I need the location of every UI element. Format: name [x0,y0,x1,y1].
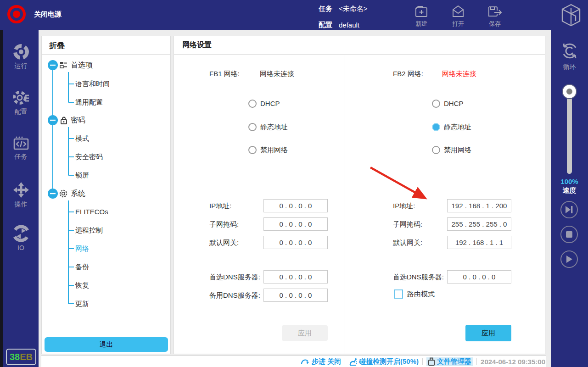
fb2-gateway-input[interactable] [447,236,511,249]
task-label: 任务 [319,5,332,13]
separator [476,358,477,365]
network-settings-panel: 网络设置 FB1 网络: 网络未连接 DHCP 静态地址 禁用网络 IP地址: … [174,36,545,354]
sidebar-item-run[interactable]: 运行 [3,44,39,70]
speed-slider-track[interactable] [567,90,572,174]
annotation-arrow [174,36,546,355]
fb1-gateway-label: 默认网关: [209,238,239,247]
fb1-dns2-label: 备用DNS服务器: [209,291,260,300]
preferences-icon [60,61,67,69]
config-label: 配置 [319,21,332,29]
sidebar-item-task[interactable]: 任务 [3,135,39,161]
power-button[interactable]: 关闭电源 [7,5,62,23]
skip-next-icon [565,206,574,214]
fb2-radio-disable[interactable] [432,146,440,154]
step-mode-toggle[interactable]: 步进 关闭 [301,357,341,366]
top-bar: 关闭电源 任务 <未命名> 配置 default 新建 打开 [0,0,588,30]
route-mode-label[interactable]: 路由模式 [407,289,435,299]
checksum-part-1: 38 [10,352,20,362]
new-task-label: 新建 [407,20,436,28]
fb2-radio-dhcp[interactable] [432,100,440,108]
fb1-ip-label: IP地址: [209,201,231,211]
tree-item-lock-screen[interactable]: 锁屏 [75,170,89,180]
tree-group-system[interactable]: 系统 [71,189,85,199]
tree-item-restore[interactable]: 恢复 [75,280,89,290]
tree-item-language-time[interactable]: 语言和时间 [75,79,110,89]
open-task-label: 打开 [443,20,473,28]
tree-item-remote-control[interactable]: 远程控制 [75,225,103,235]
step-mode-text: 步进 关闭 [312,357,341,366]
sidebar-item-label: IO [3,244,39,251]
power-icon [7,5,26,23]
tree-group-password[interactable]: 密码 [71,115,85,125]
fb1-dns1-input[interactable] [263,270,328,284]
code-window-icon [13,135,29,151]
fb1-radio-dhcp[interactable] [248,100,257,108]
left-edge-strip [0,30,3,367]
loop-button[interactable] [560,41,579,62]
fb1-radio-static[interactable] [248,123,257,131]
fb2-dns1-input[interactable] [447,270,511,284]
stop-button[interactable] [560,226,578,243]
tree-item-safety-password[interactable]: 安全密码 [75,152,103,162]
sidebar-item-operate[interactable]: 操作 [3,181,39,209]
fb1-radio-disable[interactable] [248,146,257,154]
speed-label: 速度 [551,186,588,195]
fb2-radio-static-label[interactable]: 静态地址 [444,122,471,132]
fb1-dns2-input[interactable] [263,289,328,302]
tree-item-network-selected[interactable]: 网络 [75,244,89,254]
fb1-dns1-label: 首选DNS服务器: [209,272,260,282]
tree-item-general-config[interactable]: 通用配置 [75,97,103,107]
sidebar-item-label: 配置 [3,108,39,116]
new-task-button[interactable]: 新建 [407,5,436,28]
lock-icon [60,116,67,124]
fb1-radio-disable-label[interactable]: 禁用网络 [260,145,288,155]
page-title: 网络设置 [182,40,212,50]
safety-checksum-badge: 38EB [6,349,36,365]
settings-tree-panel: 折叠 首选项 语言和时间 通用配置 密码 [41,36,171,354]
fb1-apply-button[interactable]: 应用 [282,325,328,341]
fb2-ip-input[interactable] [447,199,511,212]
tree-item-backup[interactable]: 备份 [75,262,89,272]
io-arrows-icon [12,225,30,242]
panel-divider [174,54,545,55]
step-arrow-icon [301,358,310,366]
save-task-button[interactable]: 保存 [480,5,510,28]
route-mode-checkbox[interactable] [394,289,403,299]
play-button[interactable] [560,250,578,268]
step-next-button[interactable] [560,201,578,218]
fb2-radio-dhcp-label[interactable]: DHCP [444,99,464,108]
open-task-button[interactable]: 打开 [443,5,473,28]
fb1-gateway-input[interactable] [263,236,328,249]
file-manager-button[interactable]: 文件管理器 [426,357,473,366]
sidebar-item-io[interactable]: IO [3,225,39,251]
status-bar: 步进 关闭 碰撞检测开启(50%) 文件管理器 2024-06-12 09:35… [41,356,546,367]
fb1-netmask-input[interactable] [263,217,328,231]
gear-icon [12,89,30,106]
fb2-netmask-input[interactable] [447,217,511,231]
collision-icon [349,357,357,366]
sidebar-item-label: 操作 [3,200,39,209]
fb1-radio-static-label[interactable]: 静态地址 [260,122,288,132]
fb2-apply-button[interactable]: 应用 [465,325,511,341]
tree-item-update[interactable]: 更新 [75,299,89,309]
system-gear-icon [59,189,67,198]
fb2-radio-static-selected[interactable] [432,123,440,131]
tree-item-mode[interactable]: 模式 [75,133,89,144]
fb2-network-label: FB2 网络: [393,69,423,78]
sidebar-item-label: 运行 [3,62,39,70]
stop-icon [566,231,573,238]
collision-detect-toggle[interactable]: 碰撞检测开启(50%) [349,357,419,366]
fb2-radio-disable-label[interactable]: 禁用网络 [444,145,471,155]
fb1-radio-dhcp-label[interactable]: DHCP [260,99,280,108]
fb1-ip-input[interactable] [263,199,328,212]
loop-icon [560,41,579,61]
exit-button[interactable]: 退出 [45,337,168,352]
speed-slider-knob[interactable] [563,85,576,98]
play-icon [566,255,573,263]
task-value: <未命名> [339,5,368,13]
tree-group-preferences[interactable]: 首选项 [71,60,93,70]
fb2-gateway-label: 默认网关: [393,238,422,247]
system-datetime: 2024-06-12 09:35:00 [481,358,545,366]
tree-item-elitecos[interactable]: ELITECOs [75,207,108,217]
sidebar-item-config[interactable]: 配置 [3,89,39,116]
